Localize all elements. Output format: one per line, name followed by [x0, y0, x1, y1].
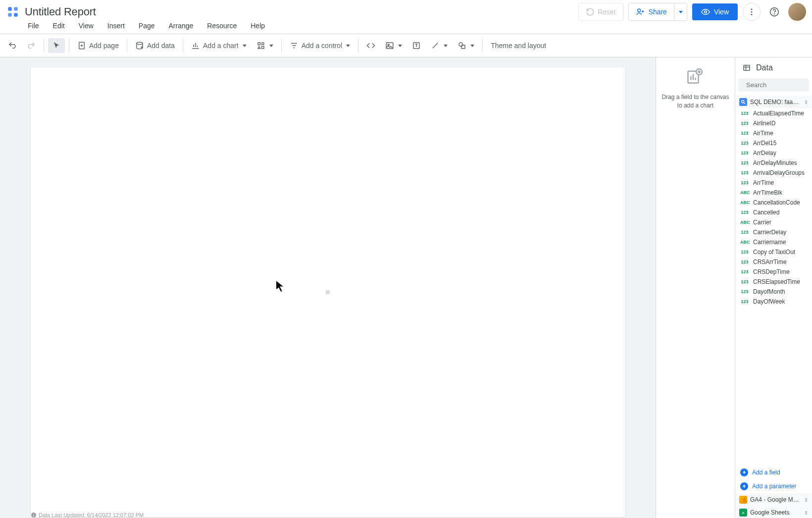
- field-item[interactable]: ABCArrTimeBlk: [735, 188, 812, 198]
- user-avatar[interactable]: [788, 3, 806, 21]
- field-item[interactable]: 123ArrDelay: [735, 148, 812, 158]
- menu-edit[interactable]: Edit: [51, 21, 67, 31]
- field-item[interactable]: 123AirlineID: [735, 118, 812, 128]
- reset-button[interactable]: Reset: [578, 3, 623, 21]
- svg-point-8: [751, 14, 753, 15]
- number-type-icon: 123: [740, 141, 749, 146]
- status-text: Data Last Updated: 6/14/2022 12:07:02 PM: [39, 512, 144, 518]
- number-type-icon: 123: [740, 131, 749, 136]
- field-item[interactable]: 123ArrDelayMinutes: [735, 158, 812, 168]
- report-canvas[interactable]: [31, 67, 625, 517]
- menu-resource[interactable]: Resource: [205, 21, 239, 31]
- field-item[interactable]: 123CRSDepTime: [735, 267, 812, 277]
- field-name-label: Copy of TaxiOut: [753, 249, 795, 256]
- number-type-icon: 123: [740, 121, 749, 126]
- datasource-label: SQL DEMO: faa_fli…: [750, 99, 801, 105]
- svg-point-10: [774, 14, 775, 14]
- plus-icon: +: [740, 468, 748, 476]
- field-name-label: CRSDepTime: [753, 268, 790, 275]
- text-type-icon: ABC: [740, 220, 749, 225]
- field-item[interactable]: 123ActualElapsedTime: [735, 108, 812, 118]
- field-item[interactable]: ABCCarriername: [735, 237, 812, 247]
- data-search[interactable]: [738, 78, 809, 92]
- svg-rect-1: [14, 7, 18, 11]
- view-button[interactable]: View: [692, 3, 738, 20]
- field-name-label: AirlineID: [753, 120, 775, 127]
- menu-arrange[interactable]: Arrange: [167, 21, 196, 31]
- field-name-label: CarrierDelay: [753, 229, 786, 236]
- menu-help[interactable]: Help: [249, 21, 267, 31]
- theme-label: Theme and layout: [491, 42, 546, 50]
- app-logo-icon[interactable]: [6, 5, 20, 19]
- text-type-icon: ABC: [740, 190, 749, 195]
- field-item[interactable]: 123CRSElapsedTime: [735, 277, 812, 287]
- svg-line-29: [744, 103, 745, 104]
- menu-file[interactable]: File: [26, 21, 41, 31]
- datasource-item[interactable]: Google Sheets⇕: [735, 506, 812, 518]
- field-item[interactable]: 123Copy of TaxiOut: [735, 247, 812, 257]
- share-dropdown-button[interactable]: [674, 3, 687, 21]
- embed-button[interactable]: [362, 38, 379, 53]
- canvas-area[interactable]: Data Last Updated: 6/14/2022 12:07:02 PM: [0, 57, 656, 518]
- field-item[interactable]: 123ArrTime: [735, 178, 812, 188]
- redo-button[interactable]: [23, 38, 40, 53]
- text-button[interactable]: [408, 38, 425, 53]
- field-name-label: ArrivalDelayGroups: [753, 169, 805, 176]
- document-title[interactable]: Untitled Report: [25, 5, 578, 18]
- field-item[interactable]: 123CarrierDelay: [735, 227, 812, 237]
- svg-rect-13: [258, 43, 260, 45]
- field-item[interactable]: ABCCancellationCode: [735, 198, 812, 207]
- add-data-button[interactable]: Add data: [131, 38, 179, 53]
- chevron-down-icon: [679, 11, 683, 13]
- menu-view[interactable]: View: [77, 21, 96, 31]
- add-chart-hint-icon: [686, 67, 706, 87]
- separator: [183, 39, 183, 52]
- community-viz-button[interactable]: [253, 38, 277, 53]
- field-item[interactable]: 123DayofMonth: [735, 287, 812, 297]
- field-item[interactable]: 123CRSArrTime: [735, 257, 812, 267]
- add-page-button[interactable]: Add page: [73, 38, 123, 53]
- add-parameter-link[interactable]: + Add a parameter: [735, 479, 812, 493]
- separator: [44, 39, 44, 52]
- datasource-item[interactable]: SQL DEMO: faa_fli… ⇕: [735, 96, 812, 108]
- expand-icon[interactable]: ⇕: [804, 497, 808, 503]
- field-name-label: Carrier: [753, 219, 771, 226]
- menu-page[interactable]: Page: [137, 21, 157, 31]
- undo-button[interactable]: [4, 38, 21, 53]
- number-type-icon: 123: [740, 259, 749, 264]
- data-panel-title: Data: [756, 63, 773, 72]
- view-label: View: [714, 8, 729, 16]
- field-item[interactable]: 123AirTime: [735, 128, 812, 138]
- field-item[interactable]: 123ArrivalDelayGroups: [735, 168, 812, 178]
- select-tool[interactable]: [48, 38, 65, 53]
- expand-icon[interactable]: ⇕: [804, 510, 808, 516]
- field-item[interactable]: 123Cancelled: [735, 207, 812, 217]
- field-item[interactable]: 123DayOfWeek: [735, 297, 812, 307]
- field-item[interactable]: 123ArrDel15: [735, 138, 812, 148]
- image-button[interactable]: [381, 38, 406, 53]
- svg-point-12: [137, 42, 143, 45]
- datasource-item[interactable]: GA4 - Google Merc…⇕: [735, 493, 812, 506]
- help-button[interactable]: [765, 3, 783, 21]
- theme-button[interactable]: Theme and layout: [487, 39, 550, 52]
- field-name-label: ArrTime: [753, 179, 774, 186]
- svg-rect-0: [8, 7, 12, 11]
- collapse-icon[interactable]: ⇕: [804, 100, 808, 105]
- data-search-input[interactable]: [746, 81, 812, 89]
- add-chart-button[interactable]: Add a chart: [187, 38, 251, 53]
- add-field-link[interactable]: + Add a field: [735, 466, 812, 479]
- share-button[interactable]: Share: [628, 3, 674, 21]
- filter-icon: [290, 41, 299, 50]
- shape-button[interactable]: [454, 38, 478, 53]
- number-type-icon: 123: [740, 279, 749, 284]
- more-options-button[interactable]: [743, 3, 761, 21]
- line-button[interactable]: [427, 38, 452, 53]
- chevron-down-icon: [243, 45, 247, 47]
- field-list: 123ActualElapsedTime123AirlineID123AirTi…: [735, 108, 812, 466]
- svg-point-14: [261, 43, 264, 45]
- menu-insert[interactable]: Insert: [105, 21, 127, 31]
- shape-icon: [457, 41, 466, 50]
- database-add-icon: [135, 41, 144, 50]
- field-item[interactable]: ABCCarrier: [735, 217, 812, 227]
- add-control-button[interactable]: Add a control: [286, 38, 355, 53]
